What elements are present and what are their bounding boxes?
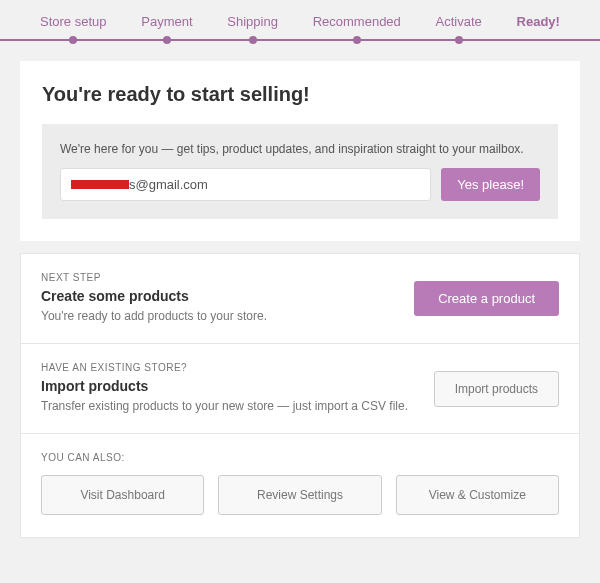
newsletter-signup-box: We're here for you — get tips, product u…: [42, 124, 558, 219]
wizard-tabs: Store setup Payment Shipping Recommended…: [0, 0, 600, 41]
import-overline: HAVE AN EXISTING STORE?: [41, 362, 414, 373]
tab-label: Recommended: [313, 14, 401, 29]
import-desc: Transfer existing products to your new s…: [41, 397, 414, 415]
tab-recommended[interactable]: Recommended: [313, 10, 401, 39]
tab-label: Store setup: [40, 14, 107, 29]
ready-card: You're ready to start selling! We're her…: [20, 61, 580, 241]
review-settings-button[interactable]: Review Settings: [218, 475, 381, 515]
also-section: YOU CAN ALSO: Visit Dashboard Review Set…: [21, 434, 579, 537]
email-input[interactable]: s@gmail.com: [60, 168, 431, 201]
visit-dashboard-button[interactable]: Visit Dashboard: [41, 475, 204, 515]
tab-dot-icon: [69, 36, 77, 44]
also-overline: YOU CAN ALSO:: [41, 452, 559, 463]
import-title: Import products: [41, 378, 414, 394]
signup-row: s@gmail.com Yes please!: [60, 168, 540, 201]
next-step-section: NEXT STEP Create some products You're re…: [21, 254, 579, 344]
tab-dot-icon: [249, 36, 257, 44]
tab-dot-icon: [163, 36, 171, 44]
import-text: HAVE AN EXISTING STORE? Import products …: [41, 362, 414, 415]
signup-description: We're here for you — get tips, product u…: [60, 142, 540, 156]
actions-card: NEXT STEP Create some products You're re…: [20, 253, 580, 538]
tab-label: Payment: [141, 14, 192, 29]
import-products-button[interactable]: Import products: [434, 371, 559, 407]
view-customize-button[interactable]: View & Customize: [396, 475, 559, 515]
tab-payment[interactable]: Payment: [141, 10, 192, 39]
page-title: You're ready to start selling!: [42, 83, 558, 106]
yes-please-button[interactable]: Yes please!: [441, 168, 540, 201]
email-suffix: s@gmail.com: [129, 177, 208, 192]
tab-dot-icon: [353, 36, 361, 44]
tab-ready[interactable]: Ready!: [517, 10, 560, 39]
next-step-title: Create some products: [41, 288, 394, 304]
next-step-overline: NEXT STEP: [41, 272, 394, 283]
next-step-text: NEXT STEP Create some products You're re…: [41, 272, 394, 325]
import-section: HAVE AN EXISTING STORE? Import products …: [21, 344, 579, 434]
tab-label: Shipping: [227, 14, 278, 29]
tab-activate[interactable]: Activate: [436, 10, 482, 39]
tab-store-setup[interactable]: Store setup: [40, 10, 107, 39]
tab-label: Activate: [436, 14, 482, 29]
tab-label: Ready!: [517, 14, 560, 29]
also-button-row: Visit Dashboard Review Settings View & C…: [41, 475, 559, 515]
redacted-text-icon: [71, 180, 129, 189]
create-product-button[interactable]: Create a product: [414, 281, 559, 316]
next-step-desc: You're ready to add products to your sto…: [41, 307, 394, 325]
tab-dot-icon: [455, 36, 463, 44]
tab-shipping[interactable]: Shipping: [227, 10, 278, 39]
